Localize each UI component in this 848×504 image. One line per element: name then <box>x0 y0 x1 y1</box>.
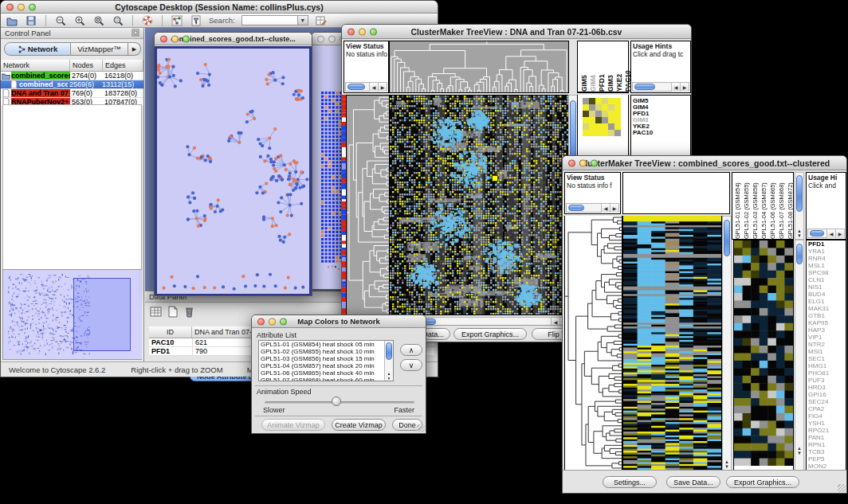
zoom-fit-icon[interactable] <box>112 14 124 27</box>
close-button[interactable] <box>347 28 355 35</box>
network-row[interactable]: DNA and Tran 07769(0)183728(0) <box>1 89 143 98</box>
scroll-arrows[interactable]: ▲▼ <box>795 229 803 238</box>
attribute-item[interactable]: GPL51-06 (GSM865) heat shock 40 min <box>261 369 393 377</box>
chevron-down-icon[interactable]: ▼ <box>297 16 308 25</box>
tv2-column-label[interactable]: GPL51-03 (GSM856) <box>751 173 760 239</box>
gene-label[interactable]: BUD4 <box>807 291 846 298</box>
close-button[interactable] <box>257 318 265 325</box>
delete-attribute-icon[interactable] <box>183 305 195 318</box>
scroll-arrows[interactable]: ▲▼ <box>385 371 393 381</box>
attribute-item[interactable]: GPL51-04 (GSM857) heat shock 20 min <box>261 362 393 369</box>
tv1-row-label[interactable]: PAC10 <box>631 130 690 136</box>
zoom-button[interactable] <box>280 318 287 325</box>
close-button[interactable] <box>6 3 14 10</box>
birds-eye-view[interactable] <box>2 269 142 360</box>
tv2-gene-vscrollbar[interactable]: ▲▼ <box>795 240 804 471</box>
scroll-left-icon[interactable]: ◀ <box>826 229 835 238</box>
network-row[interactable]: combined_sco2569(6)13112(15) <box>1 80 143 89</box>
attribute-list-vscrollbar[interactable]: ▲▼ <box>384 341 393 381</box>
scrollbar-thumb[interactable] <box>796 175 803 212</box>
col-header-id[interactable]: ID <box>149 326 192 338</box>
tv1-column-label[interactable]: YKE2 <box>615 41 623 92</box>
minimize-button[interactable] <box>171 35 179 42</box>
scroll-right-icon[interactable]: ▶ <box>378 83 387 92</box>
close-button[interactable] <box>317 35 324 42</box>
close-button[interactable] <box>160 35 167 42</box>
gene-label[interactable]: HRD3 <box>807 384 846 391</box>
tv1-column-label[interactable]: GIM4 <box>589 41 597 92</box>
scroll-left-icon[interactable]: ◀ <box>369 83 378 92</box>
vizmapper-icon[interactable] <box>171 14 183 27</box>
tv2-column-label[interactable]: GPL51-08 (GSM872) <box>786 173 794 239</box>
gene-label[interactable]: MAK31 <box>807 305 846 312</box>
search-input[interactable]: ▼ <box>241 15 308 25</box>
resize-grip[interactable] <box>417 424 425 432</box>
gene-label[interactable]: PFD1 <box>807 240 846 248</box>
main-titlebar[interactable]: Cytoscape Desktop (Session Name: collins… <box>1 1 438 14</box>
scrollbar-thumb[interactable] <box>724 220 730 256</box>
zoom-button[interactable] <box>183 35 190 42</box>
zoom-button[interactable] <box>370 28 377 35</box>
network-overview-canvas[interactable] <box>3 270 142 359</box>
gene-label[interactable]: KAP95 <box>807 319 846 326</box>
gene-label[interactable]: NTR2 <box>807 341 846 348</box>
tab-overflow-button[interactable]: ▶ <box>128 42 141 56</box>
gene-label[interactable]: HMG1 <box>807 362 846 369</box>
tv2-column-label[interactable]: GPL51-07 (GSM868) <box>777 173 786 239</box>
help-lifesaver-icon[interactable] <box>141 14 154 27</box>
gene-label[interactable]: NIS1 <box>807 283 846 291</box>
attribute-item[interactable]: GPL51-07 (GSM868) heat shock 60 min <box>261 377 393 381</box>
scrollbar-thumb[interactable] <box>796 244 803 264</box>
gene-label[interactable]: FIG4 <box>807 412 846 420</box>
tv1-titlebar[interactable]: ClusterMaker TreeView : DNA and Tran 07-… <box>342 25 691 39</box>
zoom-out-icon[interactable] <box>54 14 67 27</box>
gene-label[interactable]: VIP1 <box>807 334 846 341</box>
zoom-in-icon[interactable] <box>73 14 86 27</box>
search-field[interactable] <box>242 16 297 25</box>
gene-label[interactable]: SPC98 <box>807 269 846 276</box>
gene-label[interactable]: YRA1 <box>807 248 846 255</box>
network-view-canvas-1[interactable] <box>157 49 309 294</box>
create-vizmap-button[interactable]: Create Vizmap <box>332 419 386 431</box>
scroll-right-icon[interactable]: ▶ <box>680 83 689 92</box>
tv1-column-label[interactable]: PFD1 <box>598 41 606 92</box>
gene-label[interactable]: MSI1 <box>807 348 846 355</box>
animate-vizmap-button[interactable]: Animate Vizmap <box>261 419 325 431</box>
tv2-row-dendrogram[interactable] <box>564 216 622 471</box>
gene-label[interactable]: RPN1 <box>807 441 846 448</box>
zoom-button[interactable] <box>591 159 598 166</box>
network-row[interactable]: combined_scores_2764(0)16218(0) <box>1 72 143 80</box>
attribute-item[interactable]: GPL51-02 (GSM855) heat shock 10 min <box>261 348 393 355</box>
tab-vizmapper[interactable]: VizMapper™ <box>71 42 128 56</box>
gene-label[interactable]: CLN1 <box>807 276 846 283</box>
gene-label[interactable]: MSL1 <box>807 262 846 269</box>
gene-label[interactable]: RNR4 <box>807 255 846 262</box>
tv2-titlebar[interactable]: ClusterMaker TreeView : combined_scores_… <box>563 156 846 170</box>
attribute-item[interactable]: GPL51-03 (GSM856) heat shock 15 min <box>261 355 393 362</box>
save-icon[interactable] <box>25 14 37 27</box>
network-tree-area[interactable] <box>2 104 142 270</box>
attribute-list[interactable]: GPL51-01 (GSM854) heat shock 05 minGPL51… <box>258 340 394 381</box>
export-graphics-button[interactable]: Export Graphics... <box>453 328 527 340</box>
scrollbar-thumb[interactable] <box>347 84 365 90</box>
col-header-network[interactable]: Network <box>1 60 70 71</box>
minimize-button[interactable] <box>269 318 276 325</box>
gene-label[interactable]: YSH1 <box>807 420 846 427</box>
move-up-button[interactable]: ∧ <box>400 344 422 356</box>
minimize-button[interactable] <box>579 159 587 166</box>
export-graphics-button[interactable]: Export Graphics... <box>726 476 799 488</box>
gene-label[interactable]: MON2 <box>807 463 846 470</box>
resize-grip[interactable] <box>838 484 846 492</box>
gene-label[interactable]: GTB1 <box>807 312 846 319</box>
scroll-left-icon[interactable]: ◀ <box>671 83 680 92</box>
tv2-column-label[interactable]: GPL51-06 (GSM865) <box>768 173 777 239</box>
scroll-left-icon[interactable]: ◀ <box>601 204 610 213</box>
scroll-right-icon[interactable]: ▶ <box>610 204 618 213</box>
attribute-editor-icon[interactable] <box>315 14 328 27</box>
gene-label[interactable]: RPO21 <box>807 427 846 434</box>
minimize-button[interactable] <box>18 3 25 10</box>
save-data-button[interactable]: Save Data... <box>666 476 720 488</box>
scrollbar-thumb[interactable] <box>634 84 655 90</box>
net1-titlebar[interactable]: combined_scores_good.txt--cluste... <box>155 33 312 45</box>
scrollbar-thumb[interactable] <box>810 230 824 236</box>
